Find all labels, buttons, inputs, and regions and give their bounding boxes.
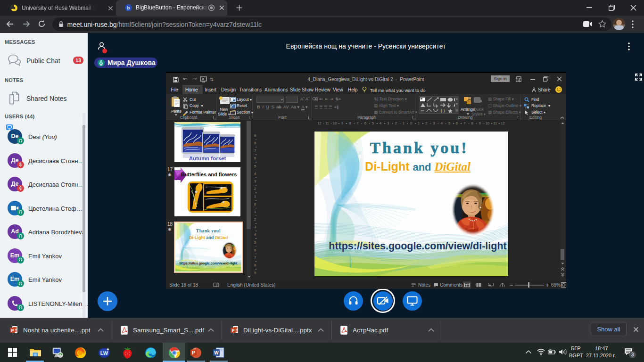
- svg-text:P: P: [192, 350, 195, 355]
- svg-text:( ): ( ): [441, 108, 445, 113]
- svg-text:b: b: [127, 5, 130, 10]
- svg-text:Butterflies and flowers: Butterflies and flowers: [181, 172, 237, 177]
- svg-text:W: W: [214, 350, 219, 355]
- svg-text:P: P: [232, 328, 235, 333]
- svg-text:Autumn forset: Autumn forset: [189, 156, 226, 161]
- svg-text:P: P: [11, 328, 14, 333]
- svg-text:LW: LW: [100, 350, 108, 356]
